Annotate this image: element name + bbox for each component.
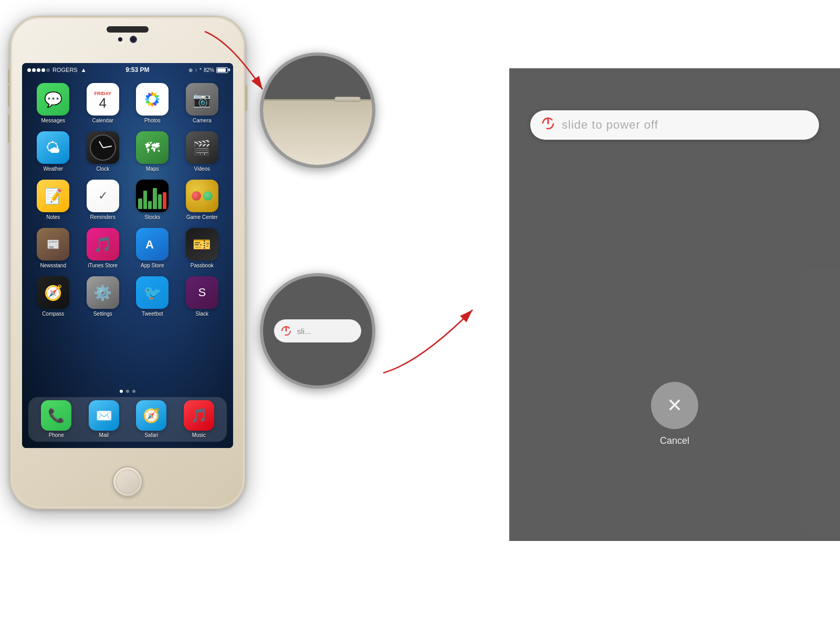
cancel-circle-icon: ✕ (651, 382, 698, 429)
page-indicator (120, 390, 135, 393)
app-settings[interactable]: ⚙️ Settings (80, 276, 126, 317)
reminders-label: Reminders (90, 214, 116, 221)
gamecenter-icon (186, 180, 218, 212)
svg-text:A: A (145, 238, 154, 251)
settings-icon: ⚙️ (87, 276, 119, 309)
arrow-up-icon: ↑ (195, 67, 197, 73)
dock-phone[interactable]: 📞 Phone (41, 400, 71, 439)
app-compass[interactable]: 🧭 Compass (30, 276, 76, 317)
speaker-grille (107, 26, 149, 33)
wifi-icon: ▲ (81, 67, 87, 73)
app-clock[interactable]: Clock (80, 131, 126, 172)
home-button-inner (116, 470, 140, 494)
gamecenter-label: Game Center (186, 214, 218, 221)
camera-label: Camera (193, 118, 212, 124)
photos-label: Photos (144, 118, 161, 124)
safari-icon: 🧭 (136, 400, 166, 431)
app-passbook[interactable]: 🎫 Passbook (180, 228, 225, 269)
phone-label: Phone (49, 432, 64, 439)
notes-icon: 📝 (37, 180, 69, 212)
slack-label: Slack (196, 311, 208, 317)
svg-point-7 (149, 96, 156, 103)
signal-dot-2 (32, 68, 36, 72)
app-videos[interactable]: 🎬 Videos (180, 131, 225, 172)
safari-label: Safari (144, 432, 158, 439)
app-itunes[interactable]: 🎵 iTunes Store (80, 228, 126, 269)
itunes-icon: 🎵 (87, 228, 119, 261)
signal-dot-3 (37, 68, 40, 72)
app-weather[interactable]: 🌤 Weather (30, 131, 76, 172)
newsstand-icon: 📰 (37, 228, 69, 261)
cancel-button[interactable]: ✕ Cancel (651, 382, 698, 446)
app-newsstand[interactable]: 📰 Newsstand (30, 228, 76, 269)
zoom-circle-slide-power: sli... (260, 273, 375, 389)
messages-label: Messages (41, 118, 65, 124)
dock-mail[interactable]: ✉️ Mail (89, 400, 119, 439)
passbook-label: Passbook (191, 263, 214, 269)
app-reminders[interactable]: ✓ Reminders (80, 180, 126, 221)
home-button[interactable] (112, 466, 143, 497)
signal-dot-1 (27, 68, 31, 72)
signal-dot-5 (46, 68, 50, 72)
proximity-sensor (118, 37, 122, 41)
calendar-icon: Friday 4 (87, 83, 119, 116)
videos-label: Videos (194, 166, 210, 172)
bluetooth-icon: * (200, 67, 202, 73)
volume-down-button[interactable] (8, 114, 10, 143)
zoom-power-btn (334, 97, 361, 102)
cancel-label: Cancel (660, 435, 689, 446)
dock-music[interactable]: 🎵 Music (184, 400, 214, 439)
clock-label: Clock (96, 166, 109, 172)
app-dock: 📞 Phone ✉️ Mail 🧭 Safari 🎵 Music (28, 397, 227, 442)
battery-pct: 82% (204, 67, 214, 73)
app-stocks[interactable]: Stocks (130, 180, 175, 221)
app-gamecenter[interactable]: Game Center (180, 180, 225, 221)
maps-label: Maps (146, 166, 159, 172)
slack-icon: S (186, 276, 218, 309)
appstore-icon: A (136, 228, 169, 261)
appstore-label: App Store (141, 263, 164, 269)
itunes-label: iTunes Store (88, 263, 118, 269)
app-calendar[interactable]: Friday 4 Calendar (80, 83, 126, 124)
app-appstore[interactable]: A App Store (130, 228, 175, 269)
slide-to-power-control[interactable]: slide to power off (530, 110, 819, 140)
compass-icon: 🧭 (37, 276, 69, 309)
app-messages[interactable]: 💬 Messages (30, 83, 76, 124)
slide-label: slide to power off (562, 118, 658, 132)
mail-icon: ✉️ (89, 400, 119, 431)
arrow-slide-power (368, 268, 514, 394)
zoom-power-icon (280, 325, 292, 337)
app-photos[interactable]: Photos (130, 83, 175, 124)
power-off-panel: slide to power off ✕ Cancel (509, 68, 840, 541)
mute-switch[interactable] (8, 69, 10, 84)
clock-icon (87, 131, 119, 164)
mail-label: Mail (99, 432, 109, 439)
dock-safari[interactable]: 🧭 Safari (136, 400, 166, 439)
zoom-circle-power-button (260, 53, 375, 168)
app-slack[interactable]: S Slack (180, 276, 225, 317)
settings-label: Settings (93, 311, 112, 317)
app-notes[interactable]: 📝 Notes (30, 180, 76, 221)
page-dot-1 (120, 390, 123, 393)
phone-icon: 📞 (41, 400, 71, 431)
weather-icon: 🌤 (37, 131, 69, 164)
passbook-icon: 🎫 (186, 228, 218, 261)
battery-fill (217, 68, 226, 72)
notes-label: Notes (46, 214, 60, 221)
battery-icon (216, 67, 228, 73)
newsstand-label: Newsstand (40, 263, 66, 269)
photos-icon (136, 83, 169, 116)
calendar-label: Calendar (92, 118, 113, 124)
reminders-icon: ✓ (87, 180, 119, 212)
page-dot-3 (132, 390, 135, 393)
status-bar: ROGERS ▲ 9:53 PM ⊕ ↑ * 82% (22, 63, 233, 77)
front-camera (130, 36, 137, 43)
weather-label: Weather (43, 166, 63, 172)
signal-dot-4 (41, 68, 45, 72)
stocks-icon (136, 180, 169, 212)
app-maps[interactable]: 🗺 Maps (130, 131, 175, 172)
maps-icon: 🗺 (136, 131, 169, 164)
power-icon (541, 116, 555, 134)
volume-up-button[interactable] (8, 85, 10, 107)
app-tweetbot[interactable]: 🐦 Tweetbot (130, 276, 175, 317)
